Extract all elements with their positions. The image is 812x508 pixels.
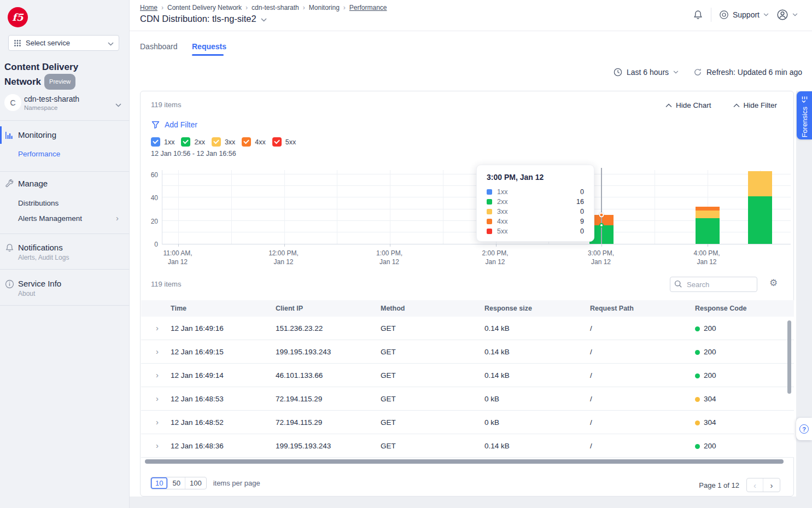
sidebar-item-notifications[interactable]: Notifications	[18, 243, 63, 252]
status-dot	[695, 326, 700, 331]
cell-client-ip: 72.194.115.29	[276, 418, 322, 427]
funnel-icon	[151, 121, 160, 129]
table-row[interactable]: › 12 Jan 16:49:15 199.195.193.243 GET 0.…	[141, 340, 794, 364]
forensics-panel-tab[interactable]: Forensics	[797, 91, 812, 139]
refresh-button[interactable]: Refresh: Updated 6 min ago	[693, 68, 802, 77]
breadcrumb-separator: ›	[343, 4, 346, 11]
account-menu[interactable]	[776, 9, 798, 21]
breadcrumb-cdn[interactable]: Content Delivery Network	[167, 4, 242, 11]
items-per-page-10[interactable]: 10	[151, 477, 168, 489]
cell-method: GET	[381, 348, 396, 356]
bar-segment-4xx[interactable]	[696, 207, 720, 210]
cell-request-path: /	[590, 371, 592, 379]
hide-chart-button[interactable]: Hide Chart	[665, 101, 711, 109]
hide-chart-label: Hide Chart	[676, 101, 711, 109]
hover-marker-dot	[599, 213, 604, 218]
vertical-scrollbar[interactable]	[787, 320, 791, 394]
cell-time: 12 Jan 16:49:15	[171, 348, 224, 356]
legend-label: 2xx	[194, 138, 205, 146]
bar-segment-3xx[interactable]	[748, 171, 772, 197]
sidebar-item-manage[interactable]: Manage	[18, 179, 48, 188]
tooltip-row: 1xx 0	[487, 187, 584, 197]
response-code-value: 200	[704, 348, 716, 356]
time-range-dropdown[interactable]: Last 6 hours	[614, 68, 679, 77]
select-service-label: Select service	[26, 39, 103, 47]
page-nav-group: ‹ ›	[746, 478, 780, 492]
expand-row-icon[interactable]: ›	[156, 417, 159, 427]
table-search	[670, 277, 757, 292]
expand-row-icon[interactable]: ›	[156, 370, 159, 379]
expand-row-icon[interactable]: ›	[156, 441, 159, 450]
forensics-label: Forensics	[801, 107, 809, 137]
legend-checkbox-5xx[interactable]: 5xx	[272, 137, 296, 147]
expand-row-icon[interactable]: ›	[156, 323, 159, 332]
search-input[interactable]	[670, 277, 757, 292]
breadcrumb-home[interactable]: Home	[140, 4, 157, 11]
table-row[interactable]: › 12 Jan 16:48:52 72.194.115.29 GET 0 kB…	[141, 411, 794, 434]
items-per-page-50[interactable]: 50	[168, 477, 185, 489]
table-row[interactable]: › 12 Jan 16:49:14 46.101.133.66 GET 0.14…	[141, 364, 794, 387]
response-code-value: 200	[704, 324, 716, 332]
table-row[interactable]: › 12 Jan 16:48:36 199.195.193.243 GET 0.…	[141, 434, 794, 458]
tooltip-row: 2xx 16	[487, 197, 584, 207]
legend-checkbox-3xx[interactable]: 3xx	[212, 137, 235, 147]
service-info-subtitle: About	[18, 290, 35, 297]
sidebar-item-monitoring[interactable]: Monitoring	[18, 130, 56, 139]
table-settings-gear-icon[interactable]: ⚙	[769, 277, 778, 289]
legend-checkbox-2xx[interactable]: 2xx	[181, 137, 205, 147]
tab-dashboard[interactable]: Dashboard	[140, 42, 178, 51]
legend-checkbox-4xx[interactable]: 4xx	[242, 137, 265, 147]
tooltip-series-value: 9	[580, 218, 584, 225]
namespace-selector[interactable]: C cdn-test-sharath Namespace	[0, 92, 130, 118]
bar-segment-3xx[interactable]	[696, 211, 720, 219]
refresh-label: Refresh: Updated 6 min ago	[706, 68, 802, 77]
tooltip-series-value: 0	[580, 208, 584, 215]
support-label: Support	[733, 10, 760, 19]
add-filter-label: Add Filter	[165, 120, 197, 129]
response-code-value: 304	[704, 418, 716, 427]
service-title-line2: Network	[4, 77, 41, 87]
bar-segment-2xx[interactable]	[748, 196, 772, 244]
checkbox-checked-icon	[151, 137, 160, 147]
tooltip-title: 3:00 PM, Jan 12	[487, 173, 584, 182]
column-header-response-size: Response size	[484, 305, 532, 312]
bar-segment-2xx[interactable]	[696, 218, 720, 244]
breadcrumb-performance[interactable]: Performance	[349, 4, 387, 11]
table-row[interactable]: › 12 Jan 16:49:16 151.236.23.22 GET 0.14…	[141, 317, 794, 340]
help-button[interactable]: ?	[796, 418, 812, 440]
breadcrumb-namespace[interactable]: cdn-test-sharath	[252, 4, 299, 11]
add-filter-button[interactable]: Add Filter	[151, 120, 197, 129]
tab-requests[interactable]: Requests	[192, 42, 226, 51]
tooltip-series-label: 4xx	[497, 218, 575, 225]
table-row[interactable]: › 12 Jan 16:48:53 72.194.115.29 GET 0 kB…	[141, 387, 794, 411]
sidebar-item-performance[interactable]: Performance	[18, 150, 60, 158]
breadcrumb-separator: ›	[161, 4, 163, 11]
select-service-dropdown[interactable]: Select service	[8, 35, 119, 51]
support-menu[interactable]: Support	[719, 10, 769, 20]
hide-filter-button[interactable]: Hide Filter	[733, 101, 778, 109]
sidebar: f5 Select service Content Delivery Netwo…	[0, 0, 130, 508]
next-page-button[interactable]: ›	[763, 478, 780, 492]
sidebar-item-alerts-management[interactable]: Alerts Management	[18, 214, 82, 223]
breadcrumb-monitoring[interactable]: Monitoring	[309, 4, 340, 11]
sidebar-item-distributions[interactable]: Distributions	[18, 199, 59, 207]
expand-row-icon[interactable]: ›	[156, 394, 159, 403]
expand-row-icon[interactable]: ›	[156, 347, 159, 356]
column-header-client-ip: Client IP	[276, 305, 303, 312]
items-per-page-label: items per page	[213, 479, 260, 487]
divider	[711, 8, 711, 22]
cell-response-size: 0 kB	[484, 418, 499, 427]
divider	[0, 305, 130, 306]
chart-x-axis: 11:00 AM,Jan 1212:00 PM,Jan 121:00 PM,Ja…	[162, 249, 791, 268]
status-dot	[695, 373, 700, 378]
hide-filter-label: Hide Filter	[744, 101, 778, 109]
column-header-request-path: Request Path	[590, 305, 634, 312]
previous-page-button[interactable]: ‹	[747, 478, 763, 492]
horizontal-scrollbar[interactable]	[145, 459, 784, 464]
legend-checkbox-1xx[interactable]: 1xx	[151, 137, 174, 147]
notifications-bell-icon[interactable]	[693, 10, 703, 20]
chevron-down-icon[interactable]	[261, 14, 267, 24]
items-per-page-100[interactable]: 100	[185, 477, 206, 489]
cell-response-size: 0 kB	[484, 395, 499, 403]
sidebar-item-service-info[interactable]: Service Info	[18, 279, 61, 288]
